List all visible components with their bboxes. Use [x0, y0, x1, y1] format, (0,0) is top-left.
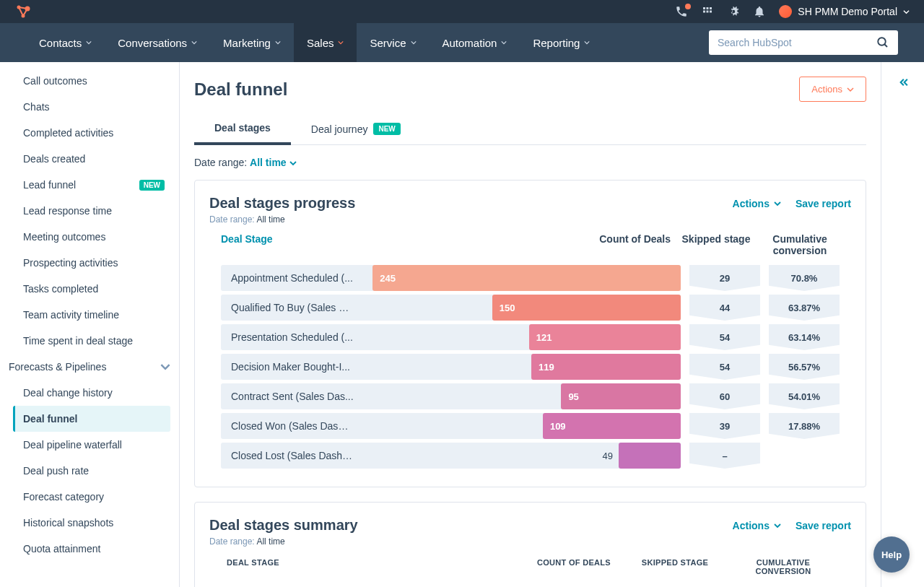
- chevron-down-icon: [86, 40, 92, 45]
- nav-reporting[interactable]: Reporting: [520, 23, 603, 62]
- nav-conversations[interactable]: Conversations: [105, 23, 210, 62]
- sidebar-item[interactable]: Meeting outcomes: [17, 224, 170, 250]
- sidebar-group-forecasts[interactable]: Forecasts & Pipelines: [9, 354, 170, 380]
- sidebar-item[interactable]: Time spent in deal stage: [17, 328, 170, 354]
- marketplace-icon[interactable]: [701, 5, 714, 18]
- help-button[interactable]: Help: [873, 536, 910, 573]
- card-actions: Actions Save report: [733, 520, 851, 531]
- gear-icon[interactable]: [727, 5, 740, 18]
- funnel-bar[interactable]: Qualified To Buy (Sales D...150: [221, 295, 681, 321]
- cumulative-value: 70.8%: [769, 265, 840, 291]
- bell-icon[interactable]: [753, 5, 766, 18]
- funnel-row: Contract Sent (Sales Das...956054.01%: [209, 383, 851, 409]
- sidebar-item-label: Deal push rate: [23, 465, 89, 477]
- sidebar-item-label: Lead funnel: [23, 179, 76, 191]
- funnel-row: Presentation Scheduled (...1215463.14%: [209, 324, 851, 350]
- page-title: Deal funnel: [194, 79, 287, 100]
- sidebar-item[interactable]: Call outcomes: [17, 68, 170, 94]
- funnel-bar[interactable]: Decision Maker Bought-I...119: [221, 354, 681, 380]
- sidebar-item[interactable]: Prospecting activities: [17, 250, 170, 276]
- tab-deal-journey[interactable]: Deal journey NEW: [291, 113, 421, 144]
- cumulative-value: 54.01%: [769, 383, 840, 409]
- chevron-down-icon: [275, 40, 281, 45]
- funnel-bar[interactable]: Contract Sent (Sales Das...95: [221, 383, 681, 409]
- stage-label: Contract Sent (Sales Das...: [231, 391, 354, 402]
- date-range-dropdown[interactable]: All time: [250, 157, 296, 168]
- nav-automation[interactable]: Automation: [430, 23, 520, 62]
- sidebar-item[interactable]: Lead response time: [17, 198, 170, 224]
- stage-label: Qualified To Buy (Sales D...: [231, 302, 354, 313]
- save-report-link[interactable]: Save report: [796, 520, 851, 531]
- search-input[interactable]: [718, 37, 876, 48]
- funnel-bar[interactable]: Closed Lost (Sales Dashb...49: [221, 443, 681, 469]
- deal-stages-summary-card: Deal stages summary Actions Save report …: [194, 502, 866, 587]
- skipped-value: 60: [689, 383, 760, 409]
- date-range-label: Date range:: [194, 157, 247, 168]
- sidebar-group-label: Forecasts & Pipelines: [9, 361, 106, 373]
- search-icon[interactable]: [876, 36, 889, 49]
- save-report-link[interactable]: Save report: [796, 198, 851, 209]
- sidebar-item-label: Lead response time: [23, 205, 112, 217]
- sidebar-item[interactable]: Historical snapshots: [17, 510, 170, 536]
- search-box[interactable]: [709, 30, 898, 55]
- funnel-bar[interactable]: Presentation Scheduled (...121: [221, 324, 681, 350]
- top-header: SH PMM Demo Portal: [0, 0, 924, 23]
- collapse-panel: [881, 62, 924, 587]
- stage-label: Closed Lost (Sales Dashb...: [231, 450, 354, 461]
- chevron-down-icon: [774, 522, 781, 529]
- collapse-icon[interactable]: [896, 75, 910, 587]
- nav-contacts[interactable]: Contacts: [26, 23, 105, 62]
- summary-col-skipped: SKIPPED STAGE: [617, 558, 733, 575]
- col-stage-header[interactable]: Deal Stage: [221, 233, 594, 256]
- funnel-bar[interactable]: Closed Won (Sales Dashb...109: [221, 413, 681, 439]
- sidebar-item[interactable]: Deal pipeline waterfall: [17, 432, 170, 458]
- nav-marketing[interactable]: Marketing: [210, 23, 294, 62]
- tab-deal-stages[interactable]: Deal stages: [194, 113, 291, 145]
- date-range-filter: Date range: All time: [194, 157, 866, 168]
- sidebar-item-label: Prospecting activities: [23, 257, 118, 269]
- sidebar-item[interactable]: Deal push rate: [17, 458, 170, 484]
- portal-switcher[interactable]: SH PMM Demo Portal: [779, 5, 910, 18]
- content-area: Deal funnel Actions Deal stages Deal jou…: [180, 62, 881, 587]
- sidebar-item-label: Deals created: [23, 153, 85, 165]
- sidebar-item[interactable]: Quota attainment: [17, 536, 170, 562]
- nav-sales[interactable]: Sales: [294, 23, 357, 62]
- card-actions-dropdown[interactable]: Actions: [733, 520, 781, 531]
- sidebar-item[interactable]: Forecast category: [17, 484, 170, 510]
- bar-fill: 119: [531, 354, 681, 380]
- chevron-down-icon: [338, 40, 344, 45]
- new-badge: NEW: [139, 180, 165, 191]
- bar-fill: 95: [561, 383, 681, 409]
- funnel-row: Closed Lost (Sales Dashb...49–: [209, 443, 851, 469]
- sidebar-item[interactable]: Lead funnelNEW: [17, 172, 170, 198]
- sidebar-item-label: Completed activities: [23, 127, 113, 139]
- card-actions: Actions Save report: [733, 198, 851, 209]
- card-subtitle: Date range: All time: [209, 536, 851, 547]
- funnel-bar[interactable]: Appointment Scheduled (...245: [221, 265, 681, 291]
- bar-value: 49: [603, 451, 613, 461]
- cumulative-value: 56.57%: [769, 354, 840, 380]
- sidebar-item[interactable]: Team activity timeline: [17, 302, 170, 328]
- phone-icon[interactable]: [675, 5, 688, 18]
- bar-fill: 150: [492, 295, 681, 321]
- sidebar-item[interactable]: Tasks completed: [17, 276, 170, 302]
- sidebar-item[interactable]: Chats: [17, 94, 170, 120]
- stage-label: Appointment Scheduled (...: [231, 272, 353, 284]
- card-header: Deal stages summary Actions Save report: [209, 517, 851, 534]
- sidebar-item[interactable]: Deal change history: [17, 380, 170, 406]
- cumulative-value: 63.87%: [769, 295, 840, 321]
- summary-col-count: COUNT OF DEALS: [531, 558, 617, 575]
- cumulative-value: 17.88%: [769, 413, 840, 439]
- cumulative-value: 63.14%: [769, 324, 840, 350]
- summary-col-stage: DEAL STAGE: [227, 558, 531, 575]
- sidebar-item[interactable]: Completed activities: [17, 120, 170, 146]
- sidebar-item[interactable]: Deal funnel: [13, 406, 170, 432]
- funnel-row: Closed Won (Sales Dashb...1093917.88%: [209, 413, 851, 439]
- hubspot-logo[interactable]: [14, 3, 32, 20]
- sidebar-item-label: Time spent in deal stage: [23, 335, 133, 347]
- nav-service[interactable]: Service: [357, 23, 429, 62]
- card-actions-dropdown[interactable]: Actions: [733, 198, 781, 209]
- sidebar-item[interactable]: Deals created: [17, 146, 170, 172]
- actions-button[interactable]: Actions: [799, 77, 866, 102]
- skipped-value: 54: [689, 354, 760, 380]
